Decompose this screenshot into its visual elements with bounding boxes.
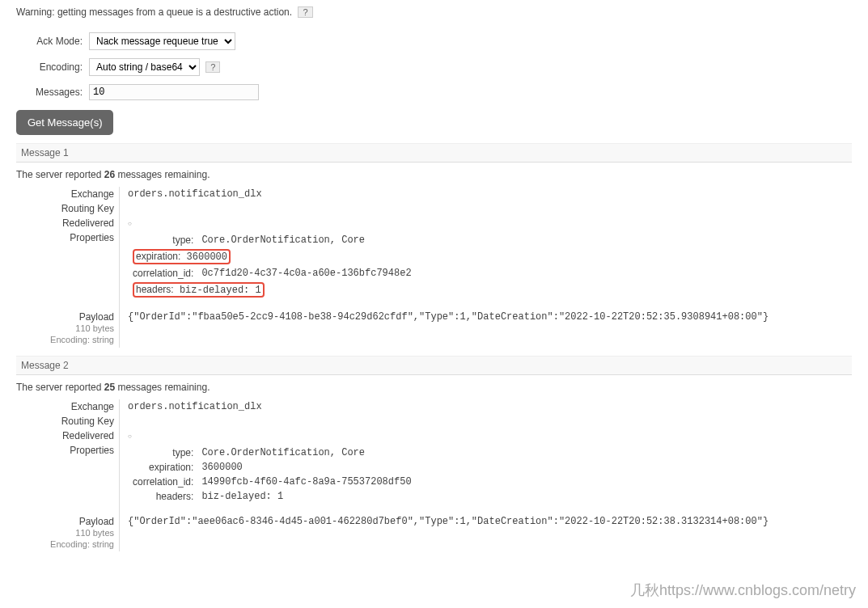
message-header: Message 2 [16, 356, 852, 375]
remaining-text: The server reported 25 messages remainin… [16, 382, 852, 393]
exchange-value: orders.notification_dlx [120, 187, 853, 201]
get-messages-form: Ack Mode: Nack message requeue true Enco… [16, 27, 265, 105]
routing-key-label: Routing Key [16, 201, 120, 216]
message-details: Exchange orders.notification_dlx Routing… [16, 399, 852, 552]
encoding-select[interactable]: Auto string / base64 [89, 58, 200, 76]
messages-input[interactable] [89, 84, 259, 100]
message-details: Exchange orders.notification_dlx Routing… [16, 187, 852, 348]
payload-value: {"OrderId":"fbaa50e5-2cc9-4108-be38-94c2… [120, 302, 853, 348]
properties-value: type:Core.OrderNotification, Core expira… [120, 230, 853, 302]
redelivered-label: Redelivered [16, 429, 120, 443]
payload-value: {"OrderId":"aee06ac6-8346-4d45-a001-4622… [120, 506, 853, 552]
encoding-label: Encoding: [18, 55, 87, 79]
redelivered-label: Redelivered [16, 216, 120, 230]
ack-mode-select[interactable]: Nack message requeue true [89, 32, 235, 50]
properties-label: Properties [16, 230, 120, 302]
ack-mode-label: Ack Mode: [18, 29, 87, 53]
get-messages-button[interactable]: Get Message(s) [16, 110, 113, 135]
routing-key-value [120, 414, 853, 429]
routing-key-label: Routing Key [16, 414, 120, 429]
messages-label: Messages: [18, 81, 87, 103]
exchange-label: Exchange [16, 399, 120, 414]
payload-encoding: Encoding: string [21, 538, 114, 550]
redelivered-value: ○ [120, 429, 853, 443]
exchange-value: orders.notification_dlx [120, 399, 853, 414]
redelivered-value: ○ [120, 216, 853, 230]
exchange-label: Exchange [16, 187, 120, 201]
routing-key-value [120, 201, 853, 216]
help-icon[interactable]: ? [298, 6, 312, 18]
properties-label: Properties [16, 443, 120, 506]
payload-label: Payload [21, 516, 114, 527]
help-icon[interactable]: ? [205, 61, 220, 73]
payload-size: 110 bytes [21, 527, 114, 538]
payload-size: 110 bytes [21, 323, 114, 334]
properties-value: type:Core.OrderNotification, Core expira… [120, 443, 853, 506]
payload-encoding: Encoding: string [21, 334, 114, 345]
payload-label: Payload [21, 311, 114, 323]
message-header: Message 1 [16, 143, 852, 163]
warning-text: Warning: getting messages from a queue i… [16, 6, 852, 18]
remaining-text: The server reported 26 messages remainin… [16, 169, 852, 180]
